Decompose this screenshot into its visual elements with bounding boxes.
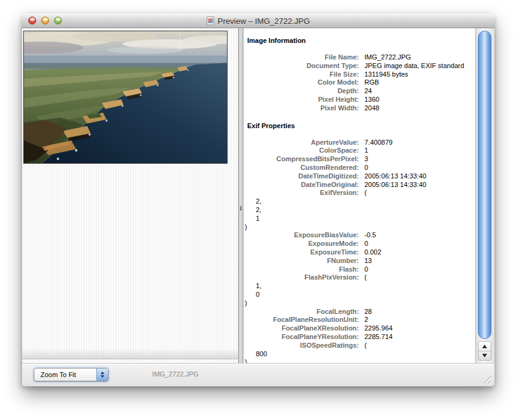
info-row-value: 2048 — [364, 104, 379, 113]
info-row-value: ( — [364, 342, 367, 350]
info-row-label: File Size: — [244, 71, 359, 79]
info-row: CustomRendered:0 — [244, 164, 475, 172]
content-area: Image InformationFile Name:IMG_2722.JPGD… — [22, 28, 494, 363]
info-row: FocalPlaneResolutionUnit:2 — [244, 316, 475, 324]
info-row: CompressedBitsPerPixel:3 — [244, 155, 475, 164]
info-row-value: 2285.714 — [364, 333, 393, 342]
info-row-label: FlashPixVersion: — [244, 273, 359, 282]
section-heading: Exif Properties — [247, 121, 475, 130]
info-row-label: ExposureMode: — [244, 240, 359, 248]
info-row-value: 2005:06:13 14:33:40 — [364, 172, 426, 181]
thumbnail-photo[interactable] — [23, 31, 228, 164]
info-row: DateTimeOriginal:2005:06:13 14:33:40 — [244, 181, 475, 189]
info-row: Flash:0 — [244, 265, 475, 274]
info-row: ExposureBiasValue:-0.5 — [244, 231, 475, 240]
info-row-label: FNumber: — [244, 257, 359, 265]
info-row-value: 0 — [364, 240, 368, 248]
info-row-value: 28 — [364, 308, 372, 316]
info-section: Exif PropertiesApertureValue:7.400879Col… — [244, 121, 475, 363]
info-row-label: ExifVersion: — [244, 189, 359, 197]
info-row: FNumber:13 — [244, 257, 475, 265]
up-arrow-icon — [482, 345, 487, 348]
info-row-label: ColorSpace: — [244, 147, 359, 155]
info-row-value: 2005:06:13 14:33:40 — [364, 181, 426, 189]
info-array-close: ) — [244, 299, 475, 308]
info-row-value: 0.002 — [364, 248, 382, 257]
info-row: Depth:24 — [244, 87, 475, 96]
info-row-label: Depth: — [244, 87, 359, 96]
info-row-value: 1311945 bytes — [364, 71, 408, 79]
info-row: ExposureTime:0.002 — [244, 248, 475, 257]
stepper-icon — [96, 368, 108, 381]
document-proxy-icon[interactable] — [207, 17, 214, 25]
info-row-value: 2 — [364, 316, 368, 324]
info-row-label: ApertureValue: — [244, 139, 359, 147]
info-row: Pixel Height:1360 — [244, 96, 475, 104]
info-row-label: Flash: — [244, 265, 359, 274]
info-row-value: 7.400879 — [364, 139, 393, 147]
info-row: FocalLength:28 — [244, 308, 475, 316]
info-row-label: CompressedBitsPerPixel: — [244, 155, 359, 164]
info-panel: Image InformationFile Name:IMG_2722.JPGD… — [244, 28, 475, 363]
info-row-value: 13 — [364, 257, 372, 265]
info-array-line: 0 — [244, 291, 475, 299]
info-row: ISOSpeedRatings:( — [244, 342, 475, 350]
zoom-mode-label: Zoom To Fit — [40, 371, 76, 378]
info-row-value: IMG_2722.JPG — [364, 53, 411, 62]
thumbnail-pane — [22, 28, 238, 363]
info-row-value: ( — [364, 273, 367, 282]
info-array-close: ) — [244, 223, 475, 232]
info-array-line: 2, — [244, 206, 475, 215]
info-row-value: ( — [364, 189, 367, 197]
info-row-label: Document Type: — [244, 62, 359, 71]
info-row: File Size:1311945 bytes — [244, 71, 475, 79]
info-row-value: RGB — [364, 78, 379, 87]
resize-grip[interactable] — [482, 374, 491, 383]
preview-window: Preview – IMG_2722.JPG — [22, 13, 494, 386]
zoom-mode-select[interactable]: Zoom To Fit — [34, 368, 109, 381]
info-row-label: FocalLength: — [244, 308, 359, 316]
info-row: Color Model:RGB — [244, 78, 475, 87]
info-row: DateTimeDigitized:2005:06:13 14:33:40 — [244, 172, 475, 181]
scrollbar-thumb[interactable] — [478, 31, 491, 339]
info-row-label: FocalPlaneYResolution: — [244, 333, 359, 342]
info-row-label: Pixel Height: — [244, 96, 359, 104]
info-row-value: JPEG image data, EXIF standard — [364, 62, 464, 71]
info-row: Document Type:JPEG image data, EXIF stan… — [244, 62, 475, 71]
scroll-up-button[interactable] — [479, 342, 491, 351]
info-row: Pixel Width:2048 — [244, 104, 475, 113]
info-row-label: Color Model: — [244, 78, 359, 87]
info-row: FocalPlaneXResolution:2295.964 — [244, 324, 475, 333]
scrollbar[interactable] — [475, 28, 494, 363]
info-row-value: 0 — [364, 265, 368, 274]
info-row-label: DateTimeDigitized: — [244, 172, 359, 181]
filename-label: IMG_2722.JPG — [126, 370, 225, 378]
info-row-label: File Name: — [244, 53, 359, 62]
info-row-value: 0 — [364, 164, 368, 172]
scroll-down-button[interactable] — [479, 351, 491, 360]
info-array-close: ) — [244, 358, 475, 363]
info-row: FlashPixVersion:( — [244, 273, 475, 282]
info-row-value: -0.5 — [364, 231, 376, 240]
info-row-label: ISOSpeedRatings: — [244, 342, 359, 350]
info-row: ApertureValue:7.400879 — [244, 139, 475, 147]
info-array-line: 800 — [244, 350, 475, 359]
titlebar[interactable]: Preview – IMG_2722.JPG — [22, 13, 494, 28]
info-row-value: 3 — [364, 155, 368, 164]
info-array-line: 1, — [244, 282, 475, 291]
bottom-bar: Zoom To Fit IMG_2722.JPG — [22, 363, 494, 386]
info-row-label: DateTimeOriginal: — [244, 181, 359, 189]
info-row-label: ExposureTime: — [244, 248, 359, 257]
info-section: Image InformationFile Name:IMG_2722.JPGD… — [244, 36, 475, 113]
info-row: FocalPlaneYResolution:2285.714 — [244, 333, 475, 342]
info-row-label: FocalPlaneXResolution: — [244, 324, 359, 333]
pane-splitter[interactable] — [238, 28, 244, 363]
splitter-grabber-icon — [240, 206, 242, 211]
info-row-value: 24 — [364, 87, 372, 96]
info-row-value: 1360 — [364, 96, 379, 104]
info-array-line: 2, — [244, 197, 475, 206]
info-row: ExposureMode:0 — [244, 240, 475, 248]
info-row-value: 1 — [364, 147, 368, 155]
info-row-label: ExposureBiasValue: — [244, 231, 359, 240]
coastline-photo-graphic — [24, 31, 227, 163]
